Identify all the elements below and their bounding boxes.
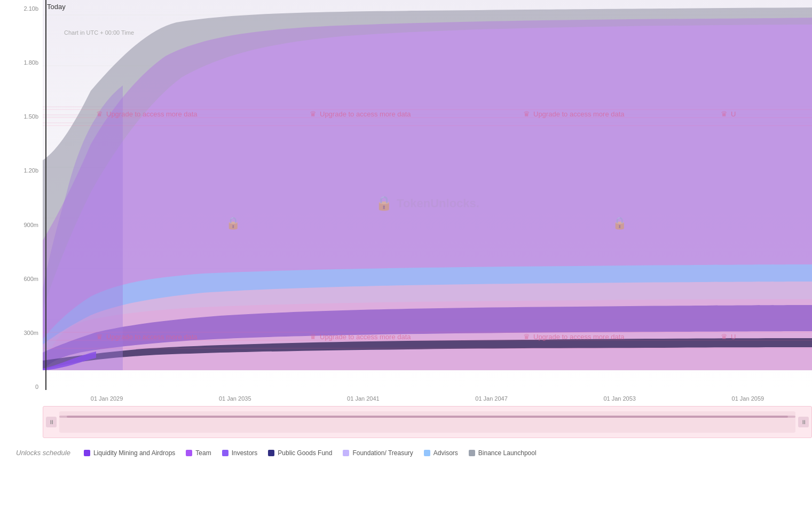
x-label-2029: 01 Jan 2029 [91,395,123,402]
legend-dot-liquidity [84,450,90,456]
scrollbar-track[interactable] [59,411,795,433]
legend-dot-investors [222,450,228,456]
y-label-210b: 2.10b [0,5,38,12]
legend-item-binance: Binance Launchpool [469,449,537,457]
y-label-120b: 1.20b [0,167,38,174]
y-label-180b: 1.80b [0,59,38,66]
scroll-right-button[interactable]: ⏸ [798,417,809,427]
y-label-150b: 1.50b [0,113,38,120]
legend-text-investors: Investors [232,449,258,457]
legend-item-investors: Investors [222,449,258,457]
legend-item-team: Team [186,449,211,457]
x-label-2035: 01 Jan 2035 [219,395,251,402]
today-line [45,0,46,390]
scrollbar-container[interactable]: ⏸ ⏸ [43,406,812,438]
chart-container: 0 300m 600m 900m 1.20b 1.50b 1.80b 2.10b… [0,0,812,531]
x-axis: 01 Jan 2029 01 Jan 2035 01 Jan 2041 01 J… [43,393,812,404]
legend-dot-team [186,450,192,456]
scroll-left-button[interactable]: ⏸ [46,417,57,427]
y-label-900m: 900m [0,222,38,228]
legend-title: Unlocks schedule [16,449,70,457]
today-label: Today [47,3,66,11]
legend-text-liquidity: Liquidity Mining and Airdrops [93,449,175,457]
legend-dot-advisors [424,450,430,456]
x-label-2047: 01 Jan 2047 [475,395,508,402]
chart-svg [43,0,812,390]
legend-text-advisors: Advisors [433,449,458,457]
legend-item-liquidity: Liquidity Mining and Airdrops [84,449,175,457]
utc-label: Chart in UTC + 00:00 Time [64,29,134,36]
x-label-2059: 01 Jan 2059 [732,395,764,402]
x-label-2053: 01 Jan 2053 [603,395,636,402]
legend-dot-foundation [343,450,349,456]
legend-dot-public-goods [268,450,274,456]
legend-text-team: Team [195,449,211,457]
legend-item-foundation: Foundation/ Treasury [343,449,413,457]
legend-text-binance: Binance Launchpool [478,449,537,457]
y-label-600m: 600m [0,276,38,282]
legend-item-advisors: Advisors [424,449,458,457]
y-label-0: 0 [0,384,38,390]
legend-text-foundation: Foundation/ Treasury [352,449,413,457]
legend-dot-binance [469,450,475,456]
legend-text-public-goods: Public Goods Fund [278,449,332,457]
chart-area: 🔒 TokenUnlocks. 🔒 🔒 ♛ Upgrade to access … [43,0,812,406]
legend-item-public-goods: Public Goods Fund [268,449,332,457]
legend: Unlocks schedule Liquidity Mining and Ai… [16,449,812,457]
x-label-2041: 01 Jan 2041 [347,395,380,402]
y-label-300m: 300m [0,330,38,336]
y-axis: 0 300m 600m 900m 1.20b 1.50b 1.80b 2.10b [0,0,43,406]
